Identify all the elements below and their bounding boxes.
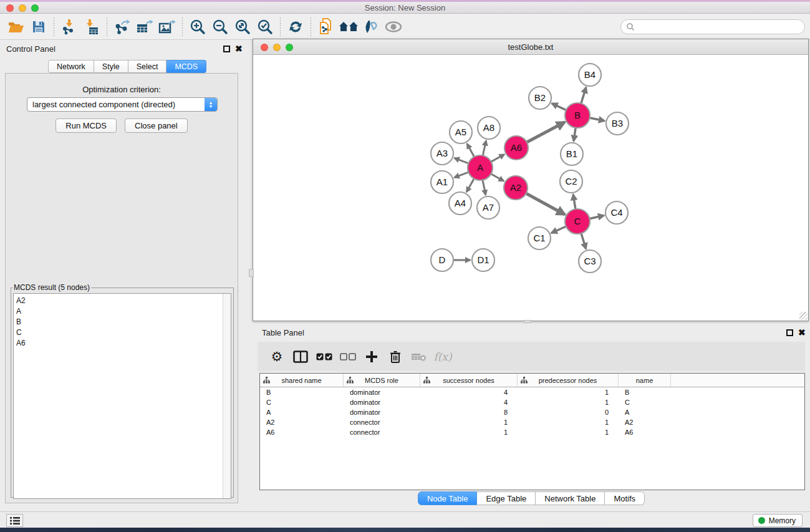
result-list-scrollbar[interactable] (223, 294, 231, 498)
table-row[interactable]: A6connector11A6 (260, 427, 804, 437)
criterion-dropdown[interactable]: largest connected component (directed) ▲… (27, 97, 218, 112)
clone-network-button[interactable] (315, 16, 337, 37)
mcds-result-item[interactable]: A6 (16, 338, 223, 349)
delete-table-button-disabled (407, 346, 431, 368)
export-table-button[interactable] (133, 16, 156, 37)
open-session-button[interactable] (5, 16, 27, 37)
hierarchy-icon (521, 377, 528, 384)
table-cell: dominator (344, 409, 420, 416)
app-titlebar[interactable]: Session: New Session (0, 2, 810, 14)
close-panel-button[interactable]: Close panel (125, 118, 188, 133)
tab-mcds[interactable]: MCDS (166, 60, 206, 73)
delete-column-button[interactable] (383, 346, 407, 368)
table-row[interactable]: Cdominator41C (260, 397, 804, 407)
zoom-window-button[interactable] (31, 4, 39, 12)
zoom-selected-button[interactable] (254, 16, 276, 37)
network-window-controls[interactable] (261, 44, 293, 51)
node-table[interactable]: shared nameMCDS rolesuccessor nodesprede… (259, 373, 805, 490)
mcds-result-item[interactable]: A2 (16, 296, 223, 306)
network-close-button[interactable] (261, 44, 268, 51)
table-row[interactable]: Bdominator41B (260, 387, 804, 397)
tab-edge-table[interactable]: Edge Table (477, 491, 536, 505)
show-hide-graphics-button[interactable] (360, 16, 382, 37)
tab-node-table[interactable]: Node Table (418, 491, 478, 505)
export-network-button[interactable] (111, 16, 133, 37)
node-label-A: A (477, 162, 483, 173)
window-resize-grip[interactable] (799, 312, 808, 320)
table-settings-button[interactable]: ⚙ (265, 346, 289, 368)
table-row[interactable]: A2connector11A2 (260, 417, 804, 427)
deselect-all-columns-button[interactable] (336, 346, 360, 368)
mcds-result-item[interactable]: B (16, 317, 223, 327)
node-label-B: B (574, 110, 581, 120)
table-header-row: shared nameMCDS rolesuccessor nodesprede… (260, 374, 804, 387)
tab-style[interactable]: Style (94, 60, 128, 73)
import-table-button[interactable] (80, 16, 103, 37)
select-all-columns-button[interactable] (312, 346, 336, 368)
task-history-button[interactable] (6, 514, 23, 527)
function-builder-button-disabled: f(x) (431, 346, 455, 368)
network-graph[interactable]: B4B2BB3A8A5A6A3B1AA1C2A2A4A7C4CC1C3DD1 (253, 55, 808, 321)
column-header-name[interactable]: name (619, 374, 671, 387)
tab-network[interactable]: Network (48, 60, 94, 73)
table-cell: dominator (344, 389, 420, 396)
save-session-button[interactable] (27, 16, 50, 37)
eye-preview-button[interactable] (382, 16, 405, 37)
add-column-button[interactable] (360, 346, 383, 368)
home-layout-button[interactable] (337, 16, 360, 37)
tab-select[interactable]: Select (128, 60, 167, 73)
tab-network-table[interactable]: Network Table (536, 491, 605, 505)
run-mcds-button[interactable]: Run MCDS (55, 118, 117, 133)
export-image-button[interactable] (156, 16, 178, 37)
zoom-fit-button[interactable] (231, 16, 254, 37)
network-zoom-button[interactable] (286, 44, 293, 51)
memory-label: Memory (769, 516, 796, 525)
mcds-result-list[interactable]: A2ABCA6 (13, 293, 231, 499)
import-network-button[interactable] (58, 16, 80, 37)
node-label-A2: A2 (510, 182, 521, 193)
table-close-panel-icon[interactable]: ✖ (798, 327, 806, 337)
horizontal-split-handle[interactable] (524, 320, 531, 323)
toolbar-separator (107, 17, 107, 36)
control-panel-header: Control Panel ✖ (0, 44, 243, 56)
network-window-titlebar[interactable]: testGlobe.txt (253, 39, 808, 55)
column-header-predecessor-nodes[interactable]: predecessor nodes (518, 374, 619, 387)
zoom-out-button[interactable] (209, 16, 231, 37)
table-cell: connector (344, 418, 420, 426)
node-label-A3: A3 (436, 148, 448, 158)
minimize-window-button[interactable] (19, 4, 26, 12)
column-header-shared-name[interactable]: shared name (260, 374, 344, 387)
close-window-button[interactable] (6, 4, 14, 12)
mcds-result-item[interactable]: C (16, 327, 223, 338)
column-header-MCDS-role[interactable]: MCDS role (344, 374, 420, 387)
table-cell: dominator (344, 399, 420, 406)
toolbar-separator (182, 17, 183, 36)
network-minimize-button[interactable] (273, 44, 281, 51)
refresh-layout-button[interactable] (284, 16, 307, 37)
window-controls[interactable] (6, 4, 39, 12)
network-view-window[interactable]: testGlobe.txt B4B2BB3A8A5A6A3B1AA1C2A2A4… (253, 39, 809, 321)
trash-icon (390, 351, 401, 363)
node-label-B3: B3 (612, 118, 623, 128)
eye-icon (384, 21, 403, 33)
split-table-button[interactable] (289, 346, 312, 368)
table-row[interactable]: Adominator80A (260, 407, 804, 417)
tab-motifs[interactable]: Motifs (605, 491, 645, 505)
column-header-label: predecessor nodes (518, 377, 618, 384)
control-panel-tabs: NetworkStyleSelectMCDS (48, 60, 206, 73)
zoom-in-button[interactable] (186, 16, 209, 37)
network-canvas[interactable]: B4B2BB3A8A5A6A3B1AA1C2A2A4A7C4CC1C3DD1 (253, 55, 808, 321)
column-header-successor-nodes[interactable]: successor nodes (420, 374, 518, 387)
memory-button[interactable]: Memory (753, 514, 803, 527)
mcds-result-item[interactable]: A (16, 306, 223, 317)
search-input[interactable] (635, 21, 804, 33)
hierarchy-icon (347, 377, 354, 384)
close-panel-icon[interactable]: ✖ (235, 44, 243, 54)
float-panel-icon[interactable] (223, 46, 230, 52)
toolbar-search-field[interactable] (620, 19, 805, 34)
clone-network-icon (318, 17, 334, 36)
table-float-panel-icon[interactable] (786, 329, 793, 336)
vertical-split-handle[interactable] (249, 269, 254, 277)
node-label-A6: A6 (511, 142, 522, 153)
double-home-icon (339, 20, 359, 34)
